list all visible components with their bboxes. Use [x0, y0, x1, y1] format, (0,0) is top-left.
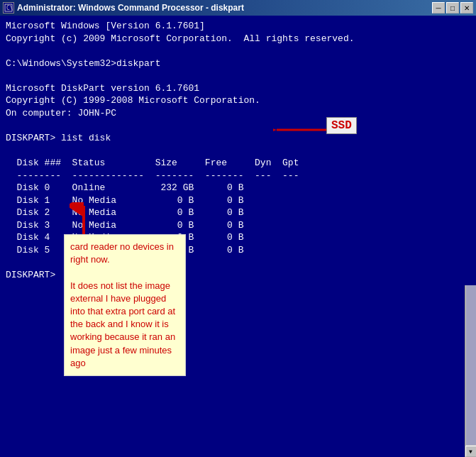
terminal-line: Copyright (c) 2009 Microsoft Corporation…	[6, 33, 470, 45]
svg-text:C\: C\	[6, 5, 13, 11]
scroll-down-arrow[interactable]: ▼	[465, 446, 477, 457]
terminal-line: On computer: JOHN-PC	[6, 107, 470, 120]
terminal-line	[6, 70, 470, 82]
terminal-line: Disk ### Status Size Free Dyn Gpt	[6, 157, 470, 170]
title-text: Administrator: Windows Command Processor…	[17, 3, 429, 13]
arrow-horizontal	[273, 120, 330, 143]
annotation-text: card reader no devices in right now.It d…	[70, 241, 175, 368]
title-bar: C\ Administrator: Windows Command Proces…	[0, 0, 476, 16]
terminal-line: C:\Windows\System32>diskpart	[6, 57, 470, 70]
terminal-line: Copyright (C) 1999-2008 Microsoft Corpor…	[6, 94, 470, 107]
terminal-line	[6, 144, 470, 157]
title-bar-icon: C\	[3, 2, 14, 13]
ssd-label: SSD	[326, 117, 357, 134]
terminal-line	[6, 45, 470, 57]
annotation-box: card reader no devices in right now.It d…	[64, 234, 186, 376]
terminal-line: Microsoft DiskPart version 6.1.7601	[6, 82, 470, 95]
title-buttons: ─ □ ✕	[432, 2, 473, 13]
close-button[interactable]: ✕	[460, 2, 473, 13]
terminal-line: DISKPART> list disk	[6, 132, 470, 145]
minimize-button[interactable]: ─	[432, 2, 445, 13]
terminal-line: Disk 0 Online 232 GB 0 B	[6, 182, 470, 194]
terminal-line: -------- ------------- ------- ------- -…	[6, 170, 470, 182]
terminal-line: Microsoft Windows [Version 6.1.7601]	[6, 20, 470, 33]
terminal-line	[6, 119, 470, 132]
maximize-button[interactable]: □	[446, 2, 459, 13]
